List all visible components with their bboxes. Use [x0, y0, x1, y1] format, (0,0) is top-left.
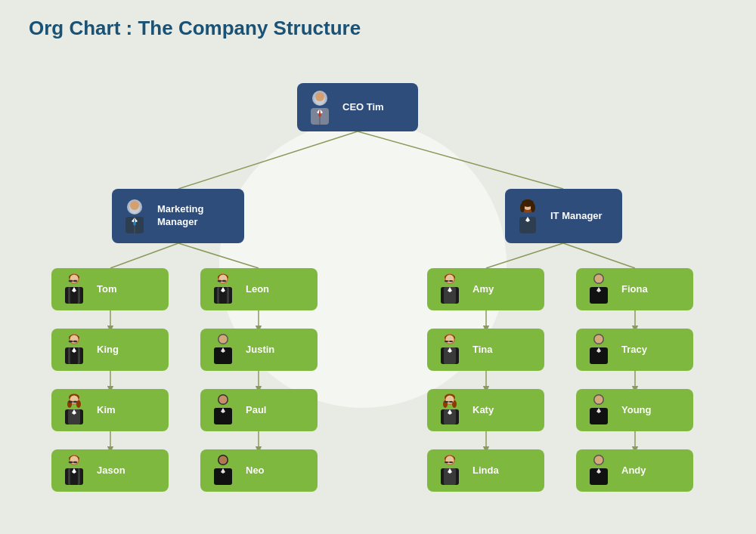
label-tina: Tina — [472, 344, 493, 357]
svg-rect-53 — [73, 341, 77, 342]
label-itm: IT Manager — [550, 210, 603, 223]
node-katy: Katy — [427, 389, 544, 431]
svg-line-5 — [563, 243, 635, 268]
svg-rect-105 — [445, 280, 448, 282]
avatar-katy — [432, 390, 468, 430]
node-andy: Andy — [576, 449, 693, 492]
label-tom: Tom — [97, 283, 116, 296]
node-fiona: Fiona — [576, 268, 693, 310]
node-amy: Amy — [427, 268, 544, 310]
label-kim: Kim — [97, 404, 116, 417]
svg-point-99 — [219, 456, 228, 465]
label-tracy: Tracy — [621, 344, 647, 357]
svg-point-145 — [595, 335, 603, 344]
svg-rect-84 — [222, 280, 226, 282]
svg-point-20 — [315, 92, 324, 101]
svg-rect-74 — [73, 461, 77, 463]
label-katy: Katy — [472, 404, 494, 417]
avatar-tom — [56, 270, 92, 309]
node-justin: Justin — [200, 329, 318, 371]
node-neo: Neo — [200, 449, 318, 492]
label-neo: Neo — [246, 465, 265, 477]
avatar-fiona — [581, 270, 617, 309]
svg-point-35 — [520, 203, 525, 212]
node-tina: Tina — [427, 329, 544, 371]
node-mm: Marketing Manager — [112, 189, 244, 243]
svg-rect-134 — [445, 461, 448, 463]
label-linda: Linda — [472, 465, 499, 477]
node-itm: IT Manager — [505, 189, 622, 243]
avatar-linda — [432, 451, 468, 490]
label-amy: Amy — [472, 283, 494, 296]
svg-point-141 — [595, 275, 603, 283]
avatar-amy — [432, 270, 468, 309]
label-ceo: CEO Tim — [342, 101, 384, 114]
avatar-neo — [205, 451, 241, 490]
avatar-justin — [205, 330, 241, 369]
svg-rect-64 — [69, 401, 73, 403]
avatar-paul — [205, 390, 241, 430]
svg-rect-135 — [449, 461, 453, 463]
svg-rect-125 — [445, 401, 448, 403]
node-young: Young — [576, 389, 693, 431]
node-ceo: CEO Tim — [297, 83, 418, 131]
node-leon: Leon — [200, 268, 318, 310]
svg-point-95 — [219, 396, 228, 404]
svg-line-2 — [110, 243, 178, 268]
svg-rect-83 — [218, 280, 222, 282]
svg-rect-106 — [449, 280, 453, 282]
avatar-mm — [116, 196, 153, 236]
node-king: King — [51, 329, 169, 371]
svg-point-153 — [595, 456, 603, 465]
avatar-leon — [205, 270, 241, 309]
avatar-kim — [56, 390, 92, 430]
svg-rect-52 — [69, 341, 73, 342]
label-young: Young — [621, 404, 651, 417]
avatar-young — [581, 390, 617, 430]
avatar-jason — [56, 451, 92, 490]
svg-rect-73 — [69, 461, 73, 463]
label-andy: Andy — [621, 465, 646, 477]
node-linda: Linda — [427, 449, 544, 492]
svg-rect-42 — [69, 280, 73, 282]
label-paul: Paul — [246, 404, 266, 417]
node-kim: Kim — [51, 389, 169, 431]
svg-point-91 — [219, 335, 228, 344]
avatar-tina — [432, 330, 468, 369]
avatar-tracy — [581, 330, 617, 369]
label-king: King — [97, 344, 119, 357]
label-justin: Justin — [246, 344, 274, 357]
svg-rect-43 — [73, 280, 77, 282]
svg-rect-114 — [445, 341, 448, 342]
svg-point-149 — [595, 396, 603, 404]
avatar-king — [56, 330, 92, 369]
svg-point-36 — [531, 203, 535, 212]
avatar-ceo — [302, 88, 338, 127]
label-leon: Leon — [246, 283, 269, 296]
avatar-itm — [510, 196, 546, 236]
svg-rect-126 — [449, 401, 453, 403]
label-fiona: Fiona — [621, 283, 648, 296]
label-jason: Jason — [97, 465, 125, 477]
page-title: Org Chart : The Company Structure — [29, 17, 361, 40]
svg-rect-65 — [73, 401, 77, 403]
node-paul: Paul — [200, 389, 318, 431]
label-mm: Marketing Manager — [157, 203, 203, 229]
node-tracy: Tracy — [576, 329, 693, 371]
svg-point-27 — [130, 201, 139, 210]
svg-rect-115 — [449, 341, 453, 342]
node-jason: Jason — [51, 449, 169, 492]
node-tom: Tom — [51, 268, 169, 310]
avatar-andy — [581, 451, 617, 490]
